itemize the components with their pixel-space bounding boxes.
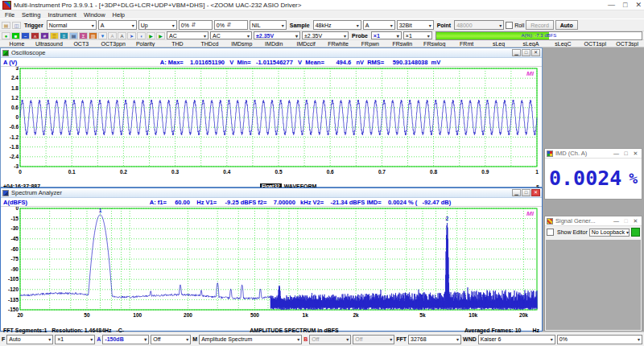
range-b-dropdown[interactable]: ±2.35V (302, 31, 349, 39)
sampling-rate-dropdown[interactable]: 48kHz (313, 20, 361, 30)
ddp-viewer-icon[interactable]: ▤ (69, 32, 78, 39)
save-file-icon[interactable]: ◫ (12, 22, 21, 29)
trigger-edge-dropdown[interactable]: Up (138, 20, 177, 30)
freq-range-dropdown[interactable]: Auto (6, 335, 53, 344)
trigger-source-dropdown[interactable]: A (98, 20, 137, 30)
menu-help[interactable]: Help (109, 11, 128, 19)
minimize-icon[interactable]: ▁ (512, 189, 521, 196)
x-tick-label: 5k (419, 312, 426, 318)
spectrum-mode-dropdown[interactable]: Amplitude Spectrum (199, 335, 302, 344)
panel-button-sleq[interactable]: sLeq (484, 41, 514, 47)
panel-button-sleqc[interactable]: sLeqC (547, 41, 578, 47)
panel-button-oct3ppn[interactable]: OCT3ppn (98, 41, 129, 47)
range-a-dropdown[interactable]: ±2.35V (254, 31, 300, 39)
minimize-icon[interactable]: — (612, 217, 621, 224)
panel-button-polarity[interactable]: Polarity (130, 41, 161, 47)
probe-b-dropdown[interactable]: ×1 (403, 31, 432, 39)
data-logger-icon[interactable]: ≡ (60, 32, 68, 39)
panel-button-oct3[interactable]: OCT3 (66, 41, 97, 47)
close-icon[interactable]: ✕ (631, 150, 640, 157)
panel-button-imdsmp[interactable]: IMDsmp (226, 41, 257, 47)
cursor-reader-icon[interactable]: ➤ (127, 32, 136, 39)
mi-logo: MI (526, 70, 535, 77)
spectrum-3d-icon[interactable]: ▒ (50, 32, 59, 39)
oscilloscope-icon[interactable]: ~ (21, 32, 30, 39)
menu-window[interactable]: Window (80, 11, 109, 19)
panel-button-ultrasound[interactable]: Ultrasound (34, 41, 64, 47)
spectrum-analyzer-title-bar[interactable]: Spectrum Analyzer ▁ □ ✕ (1, 188, 542, 198)
panel-button-frmt[interactable]: FRmt (452, 41, 482, 47)
panel-button-imddin[interactable]: IMDdin (258, 41, 289, 47)
window-function-dropdown[interactable]: Kaiser 6 (478, 335, 555, 344)
run-icon[interactable]: ● (2, 32, 10, 39)
trigger-mode-dropdown[interactable]: Normal (47, 20, 97, 30)
sampling-channel-dropdown[interactable]: A (363, 20, 395, 30)
multimeter-icon[interactable]: # (40, 32, 49, 39)
device-test-plan-icon[interactable]: ▥ (89, 32, 97, 39)
open-file-icon[interactable]: ▤ (2, 22, 10, 29)
minimize-icon[interactable]: — (612, 150, 621, 157)
trigger-level-spinner[interactable]: 0% (179, 20, 213, 30)
panel-button-frpwn[interactable]: FRpwn (355, 41, 386, 47)
hpf-dropdown[interactable]: NIL (250, 20, 287, 30)
font-decrease-icon[interactable]: A (108, 32, 117, 39)
mi-logo: MI (526, 210, 535, 217)
close-icon[interactable]: ✕ (531, 189, 540, 196)
roll-checkbox[interactable]: Roll (506, 22, 524, 29)
a-range-dropdown[interactable]: -150dB (102, 335, 149, 344)
coupling-a-dropdown[interactable]: AC (167, 31, 208, 39)
show-editor-checkbox[interactable] (547, 229, 554, 236)
maximize-icon[interactable]: □ (522, 189, 530, 196)
auto-button[interactable]: Auto (555, 20, 578, 30)
oscilloscope-plot[interactable]: 32.41.81.20.60-0.6-1.2-1.8-2.4-300.10.20… (1, 67, 542, 179)
spectrum-plot[interactable]: 1230-15-30-45-60-75-90-105-120-135-15020… (1, 207, 542, 323)
panel-button-thdcd[interactable]: THDcd (194, 41, 225, 47)
maximize-icon[interactable]: □ (621, 150, 630, 157)
imd-title-bar[interactable]: IMD (Ch. A) — □ ✕ (545, 149, 642, 159)
derived-ddp-icon[interactable]: Σ (79, 32, 88, 39)
oscilloscope-title-bar[interactable]: Oscilloscope ▁ □ ✕ (1, 48, 542, 58)
panel-button-thd[interactable]: THD (163, 41, 193, 47)
close-icon[interactable]: ✕ (631, 217, 640, 224)
roll-checkbox-box[interactable] (506, 22, 513, 29)
generator-run-button[interactable] (631, 228, 640, 237)
menu-instrument[interactable]: Instrument (44, 11, 79, 19)
show-editor-label: Show Editor (557, 229, 588, 235)
panel-button-frswlog[interactable]: FRswlog (419, 41, 450, 47)
x-tick-label: 0.9 (481, 169, 489, 175)
signal-generator-title-bar[interactable]: Signal Gener... — □ ✕ (545, 216, 642, 226)
trigger-delay-spinner[interactable]: 0% (214, 20, 248, 30)
a-smoothing-dropdown[interactable]: Off (151, 335, 191, 344)
spectrum-analyzer-icon[interactable]: ʌ (31, 32, 39, 39)
maximize-icon[interactable]: □ (623, 2, 627, 9)
menu-file[interactable]: File (2, 11, 18, 19)
panel-button-frwhite[interactable]: FRwhite (323, 41, 353, 47)
minimize-icon[interactable]: ▁ (512, 49, 521, 56)
maximize-icon[interactable]: □ (522, 49, 530, 56)
panel-button-oct1spl[interactable]: OCT1spl (580, 41, 610, 47)
close-icon[interactable]: ✕ (531, 49, 540, 56)
overlap-dropdown[interactable]: 0% (557, 335, 642, 344)
panel-button-home[interactable]: Home (2, 41, 32, 47)
probe-a-dropdown[interactable]: ×1 (371, 31, 402, 39)
trigger-label: Trigger (23, 23, 45, 28)
sound-device-icon[interactable]: ◖ (137, 32, 146, 39)
panel-button-oct3spl[interactable]: OCT3spl (612, 41, 642, 47)
hold-icon[interactable]: ■ (11, 32, 20, 39)
font-increase-icon[interactable]: A (118, 32, 126, 39)
x-zoom-dropdown[interactable]: ×1 (55, 335, 95, 344)
fft-size-dropdown[interactable]: 32768 (408, 335, 461, 344)
play-icon[interactable]: ▶ (147, 32, 155, 39)
panel-button-sleqa[interactable]: sLeqA (516, 41, 547, 47)
minimize-icon[interactable]: — (608, 2, 615, 9)
panel-button-frswlin[interactable]: FRswlin (387, 41, 418, 47)
loopback-dropdown[interactable]: No Loopback (589, 229, 630, 237)
close-icon[interactable]: ✕ (635, 2, 642, 9)
calibration-icon[interactable]: ▼ (98, 32, 107, 39)
sampling-bits-dropdown[interactable]: 32Bit (397, 20, 434, 30)
play-loop-icon[interactable]: ▶ (156, 32, 165, 39)
panel-button-imdccif[interactable]: IMDccif (291, 41, 321, 47)
app-title-bar[interactable]: Multi-Instrument Pro 3.9.9.1 - [+3DP+DLG… (0, 0, 644, 10)
menu-setting[interactable]: Setting (19, 11, 43, 19)
coupling-b-dropdown[interactable]: AC (210, 31, 252, 39)
